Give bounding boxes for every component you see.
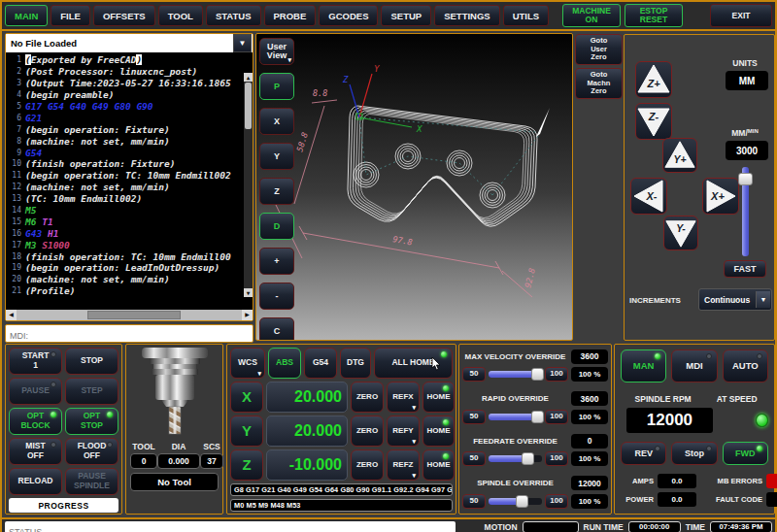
axis-button-x[interactable]: X — [230, 382, 263, 413]
ref-button-y[interactable]: REFY▾ — [387, 416, 420, 447]
jog-button-z-plus[interactable]: Z+ — [635, 61, 672, 98]
slider-handle[interactable] — [738, 173, 753, 185]
mode-button-man[interactable]: MAN — [621, 349, 666, 382]
override-max-button[interactable]: 100 — [545, 367, 568, 382]
tab-gcodes[interactable]: GCODES — [319, 5, 378, 26]
tab-main[interactable]: MAIN — [5, 5, 48, 26]
jog-button-y-minus[interactable]: Y- — [663, 216, 698, 250]
goto-button-goto-user-zero[interactable]: Goto User Zero — [575, 34, 623, 65]
cycle-button-reload[interactable]: RELOAD — [9, 468, 62, 495]
override-max-button[interactable]: 100 — [545, 410, 568, 424]
slider-handle[interactable] — [522, 452, 534, 465]
home-button-y[interactable]: HOME — [422, 416, 455, 447]
view-button-plus[interactable]: + — [259, 248, 294, 275]
mdi-input[interactable] — [6, 328, 253, 345]
jog-button-x-plus[interactable]: X+ — [702, 178, 739, 215]
cycle-button-pause[interactable]: PAUSE — [9, 378, 62, 405]
slider-handle[interactable] — [531, 368, 544, 381]
fast-button[interactable]: FAST — [724, 260, 766, 278]
tab-offsets[interactable]: OFFSETS — [93, 5, 155, 26]
slider-handle[interactable] — [516, 495, 528, 508]
tab-probe[interactable]: PROBE — [264, 5, 317, 26]
toolpath-viewport[interactable]: Y Z X 8.8 58.8 -5.0 97.8 92.8 — [255, 33, 573, 341]
tab-utils[interactable]: UTILS — [503, 5, 549, 26]
vertical-scrollbar[interactable]: ▲ ▼ — [244, 73, 253, 297]
axis-button-z[interactable]: Z — [230, 449, 263, 481]
spindle-stop-button[interactable]: Stop — [671, 442, 717, 465]
jog-rate-slider[interactable] — [737, 165, 755, 258]
dro-button-wcs[interactable]: WCS▾ — [230, 348, 265, 379]
override-min-button[interactable]: 50 — [462, 367, 486, 382]
cycle-button-opt-block[interactable]: OPT BLOCK — [9, 408, 62, 435]
ref-button-z[interactable]: REFZ▾ — [387, 449, 420, 481]
chevron-down-icon[interactable]: ▼ — [756, 291, 770, 308]
increments-dropdown[interactable]: Continuous ▼ — [698, 288, 772, 311]
zero-button-x[interactable]: ZERO — [351, 382, 384, 413]
file-selector[interactable]: No File Loaded ▼ — [6, 34, 253, 52]
dro-button-dtg[interactable]: DTG — [340, 348, 371, 379]
override-min-button[interactable]: 50 — [462, 410, 486, 424]
gcode-editor[interactable]: 1(Exported by FreeCAD)2(Post Processor: … — [6, 52, 253, 310]
cycle-button-pause-spindle[interactable]: PAUSE SPINDLE — [65, 468, 118, 495]
home-button-x[interactable]: HOME — [422, 382, 455, 413]
zero-button-y[interactable]: ZERO — [351, 416, 384, 447]
scroll-down-icon[interactable]: ▼ — [244, 288, 253, 297]
override-min-button[interactable]: 50 — [462, 451, 486, 466]
jog-button-z-minus[interactable]: Z- — [635, 103, 672, 140]
override-min-button[interactable]: 50 — [462, 494, 486, 509]
hscroll-thumb[interactable] — [87, 311, 181, 319]
tab-settings[interactable]: SETTINGS — [434, 5, 500, 26]
slider-handle[interactable] — [531, 411, 544, 423]
override-max-button[interactable]: 100 — [545, 451, 568, 466]
mode-button-auto[interactable]: AUTO — [723, 349, 768, 382]
view-button-p[interactable]: P — [259, 73, 294, 100]
tab-status[interactable]: STATUS — [206, 5, 261, 26]
mode-button-mdi[interactable]: MDI — [671, 349, 717, 382]
override-slider[interactable] — [489, 367, 542, 382]
dro-button-g54[interactable]: G54 — [304, 348, 337, 379]
view-button-z[interactable]: Z — [259, 178, 294, 205]
cycle-button-start-1[interactable]: START 1 — [9, 348, 62, 375]
jog-button-x-minus[interactable]: X- — [630, 178, 667, 215]
goto-button-goto-machn-zero[interactable]: Goto Machn Zero — [575, 68, 623, 99]
scroll-up-icon[interactable]: ▲ — [244, 73, 253, 82]
jog-button-y-plus[interactable]: Y+ — [662, 138, 697, 173]
view-button-user-view[interactable]: User View▾ — [259, 38, 294, 65]
cycle-button-stop[interactable]: STOP — [65, 348, 118, 375]
exit-button[interactable]: EXIT — [710, 4, 772, 27]
view-button-minus[interactable]: - — [259, 283, 294, 310]
override-slider[interactable] — [489, 451, 542, 466]
scroll-left-icon[interactable]: ◀ — [6, 310, 17, 320]
spindle-fwd-button[interactable]: FWD — [723, 442, 768, 465]
view-button-y[interactable]: Y — [259, 143, 294, 170]
gcode-line-number: 7 — [7, 125, 21, 134]
vscroll-thumb[interactable] — [245, 83, 252, 129]
dro-button-all-home[interactable]: ALL HOME — [374, 348, 453, 379]
cycle-button-flood-off[interactable]: FLOOD OFF — [65, 438, 118, 465]
estop-reset-button[interactable]: ESTOP RESET — [625, 4, 683, 27]
spindle-rev-button[interactable]: REV — [621, 442, 666, 465]
chevron-down-icon[interactable]: ▼ — [233, 34, 252, 52]
cycle-button-step[interactable]: STEP — [65, 378, 118, 405]
cycle-button-mist-off[interactable]: MIST OFF — [9, 438, 62, 465]
scroll-right-icon[interactable]: ▶ — [242, 310, 253, 320]
machine-on-button[interactable]: MACHINE ON — [562, 4, 621, 27]
axis-button-y[interactable]: Y — [230, 416, 263, 447]
horizontal-scrollbar[interactable]: ◀ ▶ — [6, 310, 253, 320]
tab-file[interactable]: FILE — [51, 5, 90, 26]
override-slider[interactable] — [489, 410, 542, 424]
override-max-button[interactable]: 100 — [545, 494, 568, 509]
home-button-z[interactable]: HOME — [422, 449, 455, 481]
override-slider[interactable] — [489, 494, 542, 509]
tab-tool[interactable]: TOOL — [158, 5, 203, 26]
view-button-d[interactable]: D — [259, 213, 294, 240]
cycle-button-opt-stop[interactable]: OPT STOP — [65, 408, 118, 435]
status-message-field[interactable] — [5, 526, 456, 532]
tab-setup[interactable]: SETUP — [381, 5, 431, 26]
zero-button-z[interactable]: ZERO — [351, 449, 384, 481]
dro-button-abs[interactable]: ABS — [268, 348, 301, 379]
spindle-rpm-display: 12000 — [626, 408, 713, 433]
ref-button-x[interactable]: REFX▾ — [387, 382, 420, 413]
view-button-x[interactable]: X — [259, 108, 294, 135]
view-button-c[interactable]: C — [259, 317, 294, 341]
